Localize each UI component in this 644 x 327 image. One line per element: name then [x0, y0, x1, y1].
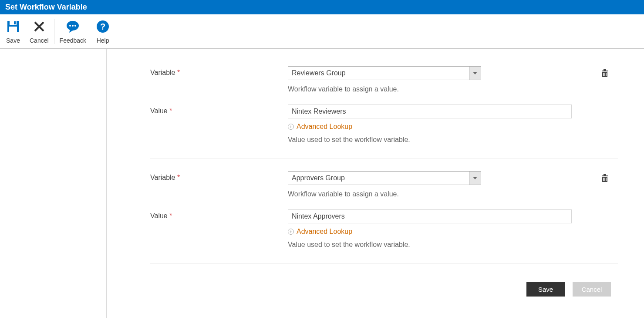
variable-combo	[288, 171, 481, 185]
svg-rect-14	[602, 71, 608, 71]
svg-marker-20	[473, 177, 477, 179]
main-panel: Variable * Workflow variable to assign a…	[107, 49, 644, 318]
svg-rect-26	[606, 178, 607, 181]
save-button[interactable]: Save	[1, 17, 25, 46]
variable-label: Variable *	[150, 171, 288, 182]
variable-section: Variable * Workflow variable to assign a…	[150, 171, 618, 264]
svg-marker-13	[473, 72, 477, 74]
advanced-lookup-link[interactable]: Advanced Lookup	[297, 228, 352, 236]
delete-button[interactable]	[601, 174, 609, 184]
feedback-button[interactable]: Feedback	[55, 17, 91, 46]
svg-rect-2	[14, 21, 16, 24]
svg-rect-24	[603, 178, 604, 181]
ribbon-separator	[54, 19, 54, 44]
variable-label: Variable *	[150, 66, 288, 77]
close-icon	[31, 19, 47, 34]
plus-icon: +	[288, 124, 294, 130]
footer-save-button[interactable]: Save	[526, 282, 565, 297]
feedback-icon	[65, 19, 81, 34]
value-label: Value *	[150, 105, 288, 115]
svg-rect-21	[602, 175, 608, 176]
variable-combo	[288, 66, 481, 80]
chevron-down-icon	[473, 72, 477, 74]
required-indicator: *	[177, 69, 180, 76]
variable-input[interactable]	[288, 171, 469, 185]
svg-point-10	[74, 25, 76, 27]
chevron-down-icon	[473, 177, 477, 179]
ribbon-separator	[116, 19, 116, 44]
svg-rect-18	[604, 73, 605, 76]
value-label: Value *	[150, 209, 288, 220]
svg-rect-17	[603, 73, 604, 76]
variable-help: Workflow variable to assign a value.	[288, 85, 572, 93]
cancel-label: Cancel	[30, 37, 49, 44]
ribbon-toolbar: Save Cancel Feedback ?	[0, 14, 644, 49]
svg-rect-19	[606, 73, 607, 76]
variable-input[interactable]	[288, 66, 469, 80]
help-icon: ?	[95, 19, 111, 34]
variable-dropdown-button[interactable]	[469, 171, 481, 185]
required-indicator: *	[177, 174, 180, 181]
variable-help: Workflow variable to assign a value.	[288, 190, 572, 198]
trash-icon	[601, 69, 609, 78]
dialog-title: Set Workflow Variable	[0, 0, 644, 14]
svg-rect-25	[604, 178, 605, 181]
svg-rect-22	[604, 174, 606, 175]
value-help: Value used to set the workflow variable.	[288, 136, 572, 144]
svg-point-8	[69, 25, 71, 27]
svg-rect-3	[9, 27, 17, 32]
save-label: Save	[6, 37, 20, 44]
advanced-lookup-link[interactable]: Advanced Lookup	[297, 123, 352, 131]
plus-icon: +	[288, 229, 294, 235]
required-indicator: *	[169, 212, 172, 219]
cancel-button[interactable]: Cancel	[25, 17, 53, 46]
help-button[interactable]: ? Help	[91, 17, 115, 46]
value-input[interactable]	[288, 105, 572, 118]
value-help: Value used to set the workflow variable.	[288, 241, 572, 249]
svg-text:?: ?	[100, 22, 105, 31]
delete-button[interactable]	[601, 69, 609, 79]
variable-section: Variable * Workflow variable to assign a…	[150, 66, 618, 159]
help-label: Help	[97, 37, 109, 44]
footer-cancel-button[interactable]: Cancel	[573, 282, 611, 297]
variable-dropdown-button[interactable]	[469, 66, 481, 80]
value-input[interactable]	[288, 209, 572, 223]
footer-buttons: Save Cancel	[150, 276, 618, 303]
required-indicator: *	[169, 107, 172, 115]
left-panel	[0, 49, 107, 318]
save-icon	[5, 19, 21, 34]
feedback-label: Feedback	[60, 37, 86, 44]
trash-icon	[601, 174, 609, 182]
svg-rect-15	[604, 69, 606, 71]
svg-point-9	[72, 25, 74, 27]
